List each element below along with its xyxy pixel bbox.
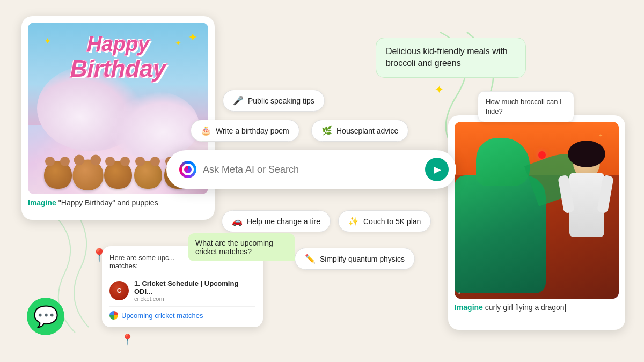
- quantum-label: Simplify quantum physics: [320, 255, 405, 263]
- cricket-logo: C: [109, 281, 129, 300]
- search-input[interactable]: [203, 164, 419, 175]
- location-pin-2: 📍: [121, 333, 134, 346]
- public-speaking-emoji: 🎤: [233, 95, 244, 106]
- search-bar[interactable]: ▶: [166, 150, 456, 189]
- broccoli-small-bubble: How much broccoli can I hide?: [478, 91, 574, 122]
- quantum-emoji: ✏️: [305, 254, 316, 264]
- whatsapp-circle: 💬: [27, 298, 64, 335]
- birthday-card: ✦ ✦ ✦ Happy Birthday Imagine "Happy Birt…: [21, 16, 215, 220]
- cricket-google-text: Upcoming cricket matches: [121, 312, 203, 320]
- cricket-result-url: cricket.com: [134, 295, 255, 302]
- birthday-text: Happy Birthday: [28, 33, 208, 82]
- public-speaking-label: Public speaking tips: [248, 97, 314, 105]
- cricket-google-link[interactable]: Upcoming cricket matches: [109, 311, 255, 320]
- pill-public-speaking[interactable]: 🎤 Public speaking tips: [223, 90, 325, 112]
- whatsapp-icon: 💬: [33, 305, 58, 328]
- couch-5k-label: Couch to 5K plan: [363, 217, 421, 226]
- houseplant-label: Houseplant advice: [336, 127, 398, 135]
- broccoli-bubble: Delicious kid-friendly meals with brocco…: [376, 38, 526, 78]
- change-tire-emoji: 🚗: [232, 216, 243, 226]
- main-container: ✦ ✦ ✦ Happy Birthday Imagine "Happy Birt…: [0, 0, 644, 362]
- sparkle-1: ✦: [435, 83, 444, 96]
- cricket-result-info: 1. Cricket Schedule | Upcoming ODI... cr…: [134, 279, 255, 302]
- dragon-image: ✦ ✦: [455, 122, 619, 299]
- pill-couch-5k[interactable]: ✨ Couch to 5K plan: [338, 210, 431, 232]
- pill-houseplant[interactable]: 🌿 Houseplant advice: [311, 120, 408, 142]
- dragon-caption: Imagine curly girl flying a dragon: [455, 303, 619, 312]
- meta-ai-icon: [179, 161, 196, 178]
- birthday-poem-emoji: 🎂: [201, 125, 211, 136]
- houseplant-emoji: 🌿: [321, 125, 332, 136]
- broccoli-small-text: How much broccoli can I hide?: [486, 98, 562, 115]
- pill-change-tire[interactable]: 🚗 Help me change a tire: [222, 210, 331, 232]
- change-tire-label: Help me change a tire: [247, 217, 320, 226]
- google-g-icon: [109, 311, 118, 320]
- cricket-result-title: 1. Cricket Schedule | Upcoming ODI...: [134, 279, 255, 295]
- couch-5k-emoji: ✨: [348, 216, 359, 226]
- pill-quantum[interactable]: ✏️ Simplify quantum physics: [295, 248, 415, 270]
- send-button[interactable]: ▶: [425, 158, 449, 181]
- cricket-intro-text: Here are some upc...matches:: [109, 254, 174, 270]
- cricket-result-item[interactable]: C 1. Cricket Schedule | Upcoming ODI... …: [109, 275, 255, 307]
- birthday-caption-text: "Happy Birthday" and puppies: [56, 198, 158, 207]
- dragon-imagine-label: Imagine: [455, 303, 483, 312]
- broccoli-bubble-text: Delicious kid-friendly meals with brocco…: [386, 47, 508, 68]
- pill-birthday-poem[interactable]: 🎂 Write a birthday poem: [191, 120, 299, 142]
- birthday-caption: Imagine "Happy Birthday" and puppies: [28, 198, 208, 207]
- birthday-poem-label: Write a birthday poem: [216, 127, 289, 135]
- dragon-caption-text: curly girl flying a dragon: [483, 303, 565, 312]
- dragon-card: ✦ ✦ Imagine curly girl flying a dragon: [448, 115, 625, 330]
- whatsapp-logo: 💬: [27, 298, 64, 335]
- cricket-question-bubble: What are the upcoming cricket matches?: [188, 233, 295, 261]
- cricket-question-text: What are the upcoming cricket matches?: [195, 239, 273, 256]
- imagine-label: Imagine: [28, 198, 56, 207]
- send-arrow-icon: ▶: [434, 164, 441, 175]
